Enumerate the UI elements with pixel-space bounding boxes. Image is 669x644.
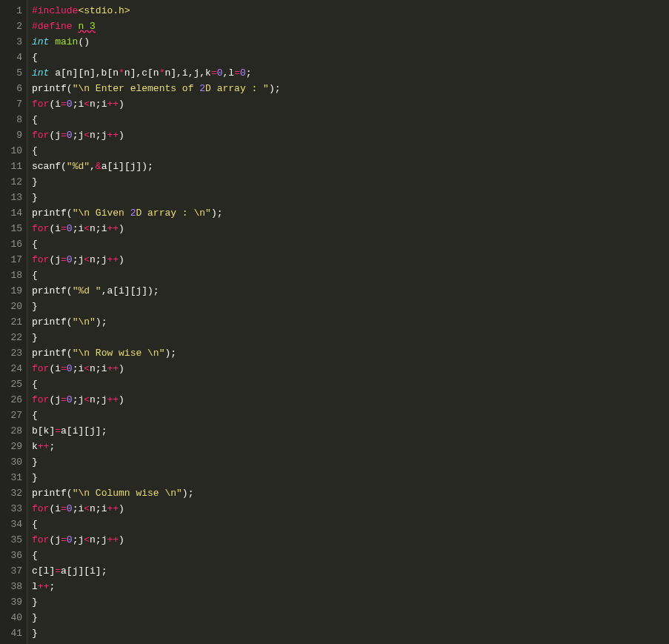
code-token: "%d" [67, 161, 90, 172]
code-token: } [32, 192, 38, 203]
code-line[interactable]: } [32, 610, 669, 625]
code-token: { [32, 519, 38, 530]
code-line[interactable]: { [32, 143, 669, 159]
code-token: = [61, 394, 67, 405]
code-token: = [61, 223, 67, 234]
code-line[interactable]: for(j=0;j<n;j++) [32, 532, 669, 548]
line-number: 36 [3, 548, 22, 563]
code-line[interactable]: { [32, 517, 669, 532]
code-token: < [84, 363, 90, 374]
code-token: printf [32, 348, 67, 359]
code-token: n;j [90, 130, 107, 141]
code-line[interactable]: } [32, 625, 669, 641]
code-token: = [61, 534, 67, 545]
code-line[interactable]: printf("\n"); [32, 314, 669, 330]
code-token: ) [119, 534, 124, 545]
code-token: 0 [67, 534, 73, 545]
code-line[interactable]: scanf("%d",&a[i][j]); [32, 159, 669, 174]
code-token: ++ [107, 394, 119, 405]
code-token: ); [96, 316, 107, 328]
code-token: "%d " [73, 285, 101, 296]
code-token: ;j [73, 534, 84, 545]
code-line[interactable]: { [32, 268, 669, 283]
code-token: for [32, 99, 49, 110]
code-line[interactable]: } [32, 190, 669, 205]
line-number: 16 [3, 236, 22, 252]
line-number: 35 [3, 532, 22, 548]
line-number: 11 [3, 159, 22, 174]
code-token: "\n" [73, 316, 96, 328]
code-line[interactable]: { [32, 408, 669, 423]
code-token: ; [49, 441, 55, 452]
code-token: (j [49, 130, 61, 141]
code-token: ( [61, 161, 67, 172]
code-line[interactable]: c[l]=a[j][i]; [32, 563, 669, 579]
line-number: 9 [3, 127, 22, 143]
code-token: n;j [90, 394, 107, 405]
code-line[interactable]: } [32, 454, 669, 470]
code-line[interactable]: #include<stdio.h> [32, 3, 669, 19]
code-line[interactable]: for(j=0;j<n;j++) [32, 392, 669, 408]
code-token: } [32, 628, 38, 639]
line-number: 21 [3, 314, 22, 330]
code-line[interactable]: for(i=0;i<n;i++) [32, 221, 669, 236]
line-number: 31 [3, 470, 22, 485]
code-token: 0 [67, 223, 73, 234]
code-line[interactable]: for(j=0;j<n;j++) [32, 252, 669, 268]
code-token: = [61, 254, 67, 265]
code-line[interactable]: { [32, 112, 669, 127]
code-token: ); [182, 488, 194, 499]
code-token: } [32, 301, 38, 312]
code-line[interactable]: } [32, 594, 669, 610]
code-line[interactable]: #define n 3 [32, 19, 669, 34]
code-token: ); [164, 348, 176, 359]
code-token: for [32, 534, 49, 545]
code-line[interactable]: for(i=0;i<n;i++) [32, 361, 669, 376]
code-area[interactable]: #include<stdio.h>#define n 3int main(){i… [27, 0, 669, 644]
code-token: } [32, 176, 38, 187]
line-number: 23 [3, 345, 22, 361]
code-line[interactable]: { [32, 548, 669, 563]
code-line[interactable]: { [32, 50, 669, 65]
code-token: "\n Enter elements of [73, 83, 200, 94]
code-token: ++ [107, 130, 119, 141]
code-line[interactable]: printf("\n Row wise \n"); [32, 345, 669, 361]
code-token: { [32, 239, 38, 250]
code-line[interactable]: printf("\n Given 2D array : \n"); [32, 205, 669, 221]
code-token: D array : " [205, 83, 269, 94]
code-line[interactable]: printf("\n Column wise \n"); [32, 485, 669, 501]
code-line[interactable]: { [32, 376, 669, 392]
code-line[interactable]: } [32, 330, 669, 345]
code-line[interactable]: { [32, 236, 669, 252]
code-token: (i [49, 223, 61, 234]
code-token: 0 [217, 67, 223, 79]
code-line[interactable]: printf("%d ",a[i][j]); [32, 283, 669, 299]
code-token: n;j [90, 534, 107, 545]
code-editor[interactable]: 1234567891011121314151617181920212223242… [0, 0, 669, 644]
line-number: 37 [3, 563, 22, 579]
code-line[interactable]: for(j=0;j<n;j++) [32, 127, 669, 143]
code-token: } [32, 332, 38, 343]
code-line[interactable]: for(i=0;i<n;i++) [32, 96, 669, 112]
code-line[interactable]: for(i=0;i<n;i++) [32, 501, 669, 517]
code-token: ( [67, 348, 73, 359]
code-line[interactable]: int a[n][n],b[n*n],c[n*n],i,j,k=0,l=0; [32, 65, 669, 81]
code-token: ); [269, 83, 281, 94]
code-line[interactable]: l++; [32, 579, 669, 594]
code-line[interactable]: k++; [32, 439, 669, 454]
code-token: ,a[i][j]); [101, 285, 159, 296]
code-token: * [119, 67, 124, 79]
code-line[interactable]: b[k]=a[i][j]; [32, 423, 669, 439]
code-line[interactable]: } [32, 174, 669, 190]
code-token: } [32, 597, 38, 608]
code-line[interactable]: printf("\n Enter elements of 2D array : … [32, 81, 669, 96]
line-number: 7 [3, 96, 22, 112]
code-token: a[j][i]; [61, 565, 107, 577]
line-number: 5 [3, 65, 22, 81]
code-line[interactable]: } [32, 470, 669, 485]
code-token: = [61, 99, 67, 110]
code-line[interactable]: } [32, 299, 669, 314]
line-number: 17 [3, 252, 22, 268]
code-token: c[l] [32, 565, 55, 577]
code-line[interactable]: int main() [32, 34, 669, 50]
